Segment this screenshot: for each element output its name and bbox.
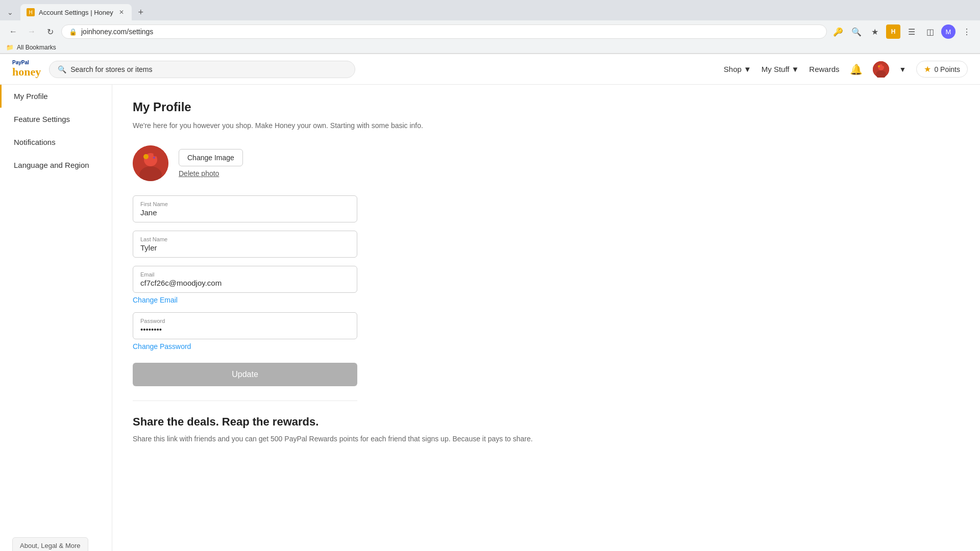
my-stuff-nav-item[interactable]: My Stuff ▼: [762, 65, 799, 73]
avatar-chevron-icon: ▼: [899, 65, 906, 73]
sidebar-item-feature-settings[interactable]: Feature Settings: [0, 108, 112, 131]
sidebar-item-label: Language and Region: [14, 161, 89, 169]
notifications-bell-icon[interactable]: 🔔: [850, 63, 863, 76]
change-email-label: Change Email: [133, 296, 178, 304]
first-name-group: First Name: [133, 195, 357, 222]
url-text: joinhoney.com/settings: [81, 28, 153, 36]
about-legal-button[interactable]: About, Legal & More: [12, 537, 88, 551]
bookmarks-folder-icon: 📁: [6, 44, 14, 51]
about-label: About, Legal & More: [20, 542, 81, 549]
change-password-link[interactable]: Change Password: [133, 342, 191, 350]
password-label: Password: [140, 318, 350, 324]
sidebar-item-label: Notifications: [14, 138, 56, 146]
update-label: Update: [232, 370, 258, 379]
sidebar-item-label: Feature Settings: [14, 115, 70, 123]
shop-nav-item[interactable]: Shop ▼: [724, 65, 751, 73]
lock-icon: 🔒: [69, 28, 77, 36]
email-label: Email: [140, 271, 350, 278]
sidebar: My Profile Feature Settings Notification…: [0, 85, 112, 551]
shop-label: Shop: [724, 65, 742, 73]
svg-point-3: [878, 65, 880, 67]
email-input[interactable]: [140, 279, 350, 287]
logo-honey: honey: [12, 65, 41, 79]
logo-paypal: PayPal: [12, 60, 41, 65]
main-content: My Profile We're here for you however yo…: [112, 85, 980, 551]
shop-chevron-icon: ▼: [744, 65, 751, 73]
new-tab-button[interactable]: +: [134, 5, 148, 19]
email-field[interactable]: Email: [133, 266, 357, 293]
share-title: Share the deals. Reap the rewards.: [133, 415, 960, 429]
points-label: 0 Points: [934, 65, 960, 73]
share-description: Share this link with friends and you can…: [133, 434, 960, 444]
top-navigation: PayPal honey 🔍 Shop ▼ My Stuff ▼ Rewards…: [0, 54, 980, 85]
profile-avatar-image: [133, 145, 168, 181]
last-name-group: Last Name: [133, 231, 357, 258]
svg-point-9: [154, 153, 157, 157]
sidebar-item-language-region[interactable]: Language and Region: [0, 154, 112, 177]
reload-button[interactable]: ↻: [43, 24, 57, 39]
profile-avatar: [133, 145, 168, 181]
last-name-input[interactable]: [140, 243, 350, 252]
share-section: Share the deals. Reap the rewards. Share…: [133, 415, 960, 444]
first-name-input[interactable]: [140, 208, 350, 217]
avatar-image: [873, 61, 889, 78]
sidebar-item-my-profile[interactable]: My Profile: [0, 85, 112, 108]
tab-title: Account Settings | Honey: [39, 9, 113, 16]
extensions-icon[interactable]: ☰: [904, 24, 919, 39]
update-group: Update: [133, 359, 357, 386]
browser-profile-button[interactable]: M: [941, 24, 955, 39]
star-icon: ★: [924, 64, 931, 74]
my-stuff-chevron-icon: ▼: [792, 65, 799, 73]
bookmarks-label[interactable]: All Bookmarks: [17, 44, 56, 51]
tab-favicon: H: [27, 8, 35, 16]
more-options-icon[interactable]: ⋮: [960, 24, 974, 39]
tab-close-button[interactable]: ✕: [117, 8, 126, 16]
bookmark-star-icon[interactable]: ★: [868, 24, 882, 39]
key-icon[interactable]: 🔑: [831, 24, 845, 39]
rewards-nav-item[interactable]: Rewards: [809, 65, 839, 73]
password-input[interactable]: [140, 325, 350, 334]
my-stuff-label: My Stuff: [762, 65, 790, 73]
rewards-label: Rewards: [809, 65, 839, 73]
profile-image-section: Change Image Delete photo: [133, 145, 960, 181]
delete-photo-link[interactable]: Delete photo: [179, 169, 219, 178]
section-divider: [133, 400, 357, 401]
svg-point-10: [153, 157, 155, 159]
search-bar[interactable]: 🔍: [49, 61, 355, 78]
last-name-field[interactable]: Last Name: [133, 231, 357, 258]
last-name-label: Last Name: [140, 236, 350, 242]
search-icon: 🔍: [58, 65, 66, 73]
change-image-button[interactable]: Change Image: [179, 149, 243, 166]
svg-point-8: [143, 154, 149, 159]
page-description: We're here for you however you shop. Mak…: [133, 120, 960, 131]
points-button[interactable]: ★ 0 Points: [916, 61, 968, 78]
tab-list-icon[interactable]: ⌄: [4, 6, 16, 18]
sidebar-item-label: My Profile: [14, 92, 48, 101]
address-bar[interactable]: 🔒 joinhoney.com/settings: [61, 24, 827, 39]
user-avatar[interactable]: [873, 61, 889, 78]
change-image-label: Change Image: [187, 154, 234, 162]
delete-photo-label: Delete photo: [179, 169, 219, 178]
nav-right: Shop ▼ My Stuff ▼ Rewards 🔔 ▼: [724, 61, 968, 78]
update-button[interactable]: Update: [133, 363, 357, 386]
password-field[interactable]: Password: [133, 312, 357, 339]
email-group: Email Change Email: [133, 266, 357, 304]
extension-icon[interactable]: H: [886, 24, 900, 39]
first-name-label: First Name: [140, 201, 350, 207]
zoom-icon[interactable]: 🔍: [849, 24, 864, 39]
change-email-link[interactable]: Change Email: [133, 296, 178, 304]
back-button[interactable]: ←: [6, 24, 20, 39]
first-name-field[interactable]: First Name: [133, 195, 357, 222]
forward-button[interactable]: →: [24, 24, 39, 39]
password-group: Password Change Password: [133, 312, 357, 350]
search-input[interactable]: [70, 65, 347, 73]
logo[interactable]: PayPal honey: [12, 60, 41, 79]
change-password-label: Change Password: [133, 342, 191, 350]
sidebar-item-notifications[interactable]: Notifications: [0, 131, 112, 154]
cast-icon[interactable]: ◫: [923, 24, 937, 39]
active-tab[interactable]: H Account Settings | Honey ✕: [20, 4, 132, 20]
svg-point-4: [882, 64, 884, 66]
page-title: My Profile: [133, 100, 960, 114]
